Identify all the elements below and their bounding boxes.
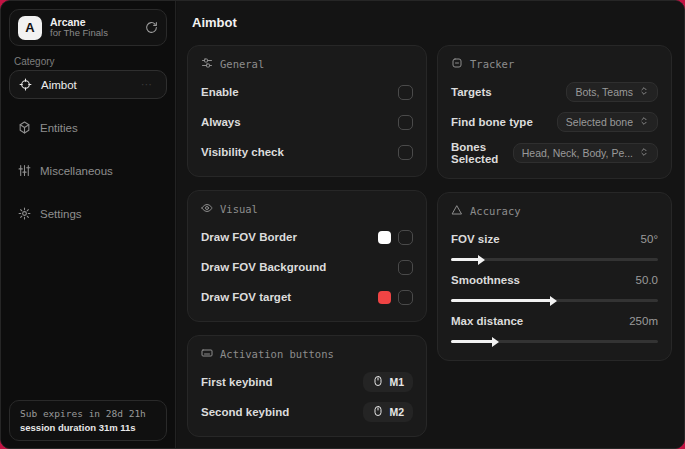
accuracy-card-header: Accuracy bbox=[451, 204, 658, 218]
first-keybind-button[interactable]: M1 bbox=[363, 372, 413, 392]
find-bone-type-dropdown[interactable]: Selected bone bbox=[557, 112, 658, 132]
tracker-card-header: Tracker bbox=[451, 57, 658, 71]
accuracy-card: Accuracy FOV size 50° Smoothness 50.0 bbox=[437, 192, 672, 361]
chevrons-up-down-icon bbox=[639, 116, 649, 128]
main-content: Aimbot General Enable Always bbox=[177, 1, 684, 448]
second-keybind-button[interactable]: M2 bbox=[363, 402, 413, 422]
row-label: Always bbox=[201, 116, 241, 128]
general-card: General Enable Always Visibility check bbox=[187, 45, 427, 177]
crosshair-icon bbox=[19, 78, 32, 91]
dropdown-value: Selected bone bbox=[566, 116, 633, 128]
always-checkbox[interactable] bbox=[398, 115, 413, 130]
max-distance-slider[interactable] bbox=[451, 340, 658, 343]
chevrons-up-down-icon bbox=[639, 86, 649, 98]
row-label: Bones Selected bbox=[451, 141, 513, 165]
dropdown-value: Bots, Teams bbox=[575, 86, 633, 98]
row-label: Second keybind bbox=[201, 406, 289, 418]
setting-row-bones-selected: Bones Selected Head, Neck, Body, Pe... bbox=[451, 141, 658, 165]
sub-expires-text: Sub expires in 28d 21h bbox=[20, 408, 156, 419]
setting-row-always: Always bbox=[201, 111, 413, 133]
sidebar-item-label: Entities bbox=[40, 122, 78, 134]
row-label: Targets bbox=[451, 86, 492, 98]
scan-icon bbox=[451, 57, 463, 71]
row-label: FOV size bbox=[451, 233, 500, 245]
fov-target-color-swatch[interactable] bbox=[378, 291, 391, 304]
setting-row-enable: Enable bbox=[201, 81, 413, 103]
sidebar: A Arcane for The Finals Category Aimbot … bbox=[1, 1, 176, 448]
visibility-check-checkbox[interactable] bbox=[398, 145, 413, 160]
setting-row-max-distance: Max distance 250m bbox=[451, 310, 658, 332]
keybind-value: M2 bbox=[389, 406, 404, 418]
visual-card-title: Visual bbox=[220, 203, 258, 215]
row-label: Draw FOV Background bbox=[201, 261, 326, 273]
smoothness-slider-fill[interactable] bbox=[451, 299, 552, 302]
fov-size-slider[interactable] bbox=[451, 258, 658, 261]
aimbot-item-hint: ⋯ bbox=[141, 78, 152, 91]
tracker-card-title: Tracker bbox=[470, 58, 514, 70]
row-label: Enable bbox=[201, 86, 239, 98]
category-label: Category bbox=[14, 56, 55, 67]
gear-icon bbox=[18, 207, 31, 220]
sliders-icon bbox=[18, 164, 31, 177]
subscription-status: Sub expires in 28d 21h session duration … bbox=[9, 400, 167, 441]
setting-row-find-bone-type: Find bone type Selected bone bbox=[451, 111, 658, 133]
setting-row-fov-background: Draw FOV Background bbox=[201, 256, 413, 278]
sidebar-item-miscellaneous[interactable]: Miscellaneous bbox=[9, 156, 167, 185]
session-duration-text: session duration 31m 11s bbox=[20, 422, 156, 433]
activation-card-header: Activation buttons bbox=[201, 347, 413, 361]
mouse-icon bbox=[372, 375, 384, 389]
row-label: Draw FOV target bbox=[201, 291, 291, 303]
fov-background-checkbox[interactable] bbox=[398, 260, 413, 275]
max-distance-slider-fill[interactable] bbox=[451, 340, 494, 343]
refresh-icon[interactable] bbox=[145, 21, 158, 34]
fov-size-slider-fill[interactable] bbox=[451, 258, 480, 261]
setting-row-second-keybind: Second keybind M2 bbox=[201, 401, 413, 423]
sidebar-item-settings[interactable]: Settings bbox=[9, 199, 167, 228]
tracker-card: Tracker Targets Bots, Teams Find bone ty… bbox=[437, 45, 672, 179]
setting-row-visibility-check: Visibility check bbox=[201, 141, 413, 163]
sidebar-item-label: Settings bbox=[40, 208, 82, 220]
setting-row-fov-size: FOV size 50° bbox=[451, 228, 658, 250]
smoothness-slider[interactable] bbox=[451, 299, 658, 302]
activation-card: Activation buttons First keybind M1 Seco… bbox=[187, 335, 427, 437]
brand-subtitle: for The Finals bbox=[50, 28, 137, 39]
brand-box: A Arcane for The Finals bbox=[9, 9, 167, 46]
keyboard-icon bbox=[201, 347, 213, 361]
triangle-icon bbox=[451, 204, 463, 218]
targets-dropdown[interactable]: Bots, Teams bbox=[566, 82, 658, 102]
enable-checkbox[interactable] bbox=[398, 85, 413, 100]
bones-selected-dropdown[interactable]: Head, Neck, Body, Pe... bbox=[513, 143, 658, 163]
fov-border-checkbox[interactable] bbox=[398, 230, 413, 245]
setting-row-first-keybind: First keybind M1 bbox=[201, 371, 413, 393]
general-icon bbox=[201, 57, 213, 71]
visual-card-header: Visual bbox=[201, 202, 413, 216]
sidebar-item-entities[interactable]: Entities bbox=[9, 113, 167, 142]
dropdown-value: Head, Neck, Body, Pe... bbox=[522, 147, 633, 159]
setting-row-fov-border: Draw FOV Border bbox=[201, 226, 413, 248]
row-label: Smoothness bbox=[451, 274, 520, 286]
fov-target-checkbox[interactable] bbox=[398, 290, 413, 305]
eye-icon bbox=[201, 202, 213, 216]
row-label: Draw FOV Border bbox=[201, 231, 297, 243]
general-card-title: General bbox=[220, 58, 264, 70]
brand-text: Arcane for The Finals bbox=[50, 16, 137, 39]
left-column: General Enable Always Visibility check bbox=[187, 45, 427, 449]
setting-row-smoothness: Smoothness 50.0 bbox=[451, 269, 658, 291]
page-title: Aimbot bbox=[192, 15, 237, 30]
brand-logo: A bbox=[18, 16, 42, 40]
sidebar-item-label: Miscellaneous bbox=[40, 165, 113, 177]
fov-border-color-swatch[interactable] bbox=[378, 231, 391, 244]
sidebar-item-aimbot[interactable]: Aimbot ⋯ bbox=[9, 70, 167, 99]
sidebar-nav: Aimbot ⋯ Entities Miscellaneous bbox=[9, 70, 167, 229]
smoothness-value: 50.0 bbox=[636, 274, 658, 286]
keybind-value: M1 bbox=[389, 376, 404, 388]
chevrons-up-down-icon bbox=[639, 147, 649, 159]
row-label: First keybind bbox=[201, 376, 273, 388]
row-label: Visibility check bbox=[201, 146, 284, 158]
right-column: Tracker Targets Bots, Teams Find bone ty… bbox=[437, 45, 672, 374]
max-distance-value: 250m bbox=[629, 315, 658, 327]
setting-row-fov-target: Draw FOV target bbox=[201, 286, 413, 308]
app-window: A Arcane for The Finals Category Aimbot … bbox=[0, 0, 685, 449]
entities-icon bbox=[18, 121, 31, 134]
general-card-header: General bbox=[201, 57, 413, 71]
